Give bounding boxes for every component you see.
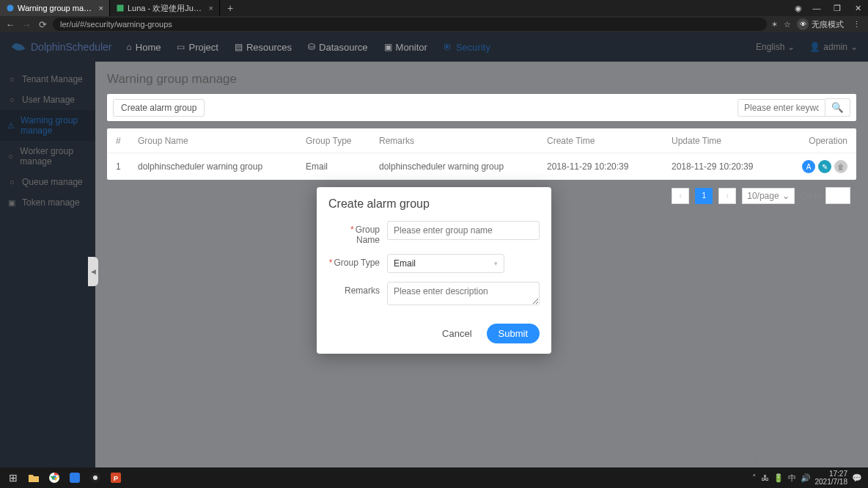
url-input[interactable]: ler/ui/#/security/warning-groups bbox=[53, 18, 767, 31]
media-control-icon[interactable]: ◉ bbox=[790, 0, 806, 16]
taskbar-chrome[interactable] bbox=[44, 469, 65, 487]
search-keyword-input[interactable] bbox=[738, 99, 825, 117]
search-icon: 🔍 bbox=[831, 102, 844, 113]
svg-point-0 bbox=[7, 5, 14, 12]
page-title: Warning group manage bbox=[107, 72, 856, 87]
cancel-button[interactable]: Cancel bbox=[435, 324, 479, 343]
row-assign-button[interactable]: A bbox=[802, 160, 815, 173]
svg-rect-4 bbox=[70, 473, 80, 483]
pager-next-button[interactable]: › bbox=[718, 188, 736, 204]
col-index-header: # bbox=[116, 136, 138, 146]
cell-update: 2018-11-29 10:20:39 bbox=[672, 161, 796, 172]
col-update-header: Update Time bbox=[672, 136, 796, 146]
submit-button[interactable]: Submit bbox=[487, 324, 540, 343]
col-operation-header: Operation bbox=[796, 136, 847, 146]
svg-rect-1 bbox=[117, 5, 124, 12]
tray-network-icon[interactable]: 🖧 bbox=[761, 473, 769, 482]
modal-title: Create alarm group bbox=[317, 187, 551, 214]
col-type-header: Group Type bbox=[306, 136, 379, 146]
cell-type: Email bbox=[306, 161, 379, 172]
warning-group-table: # Group Name Group Type Remarks Create T… bbox=[107, 128, 856, 180]
group-name-label: *Group Name bbox=[328, 221, 387, 245]
nav-datasource[interactable]: ⛁Datasource bbox=[308, 42, 367, 53]
tab-title: Warning group manage - Dol bbox=[18, 4, 95, 12]
nav-home[interactable]: ⌂Home bbox=[127, 42, 161, 53]
browser-menu-button[interactable]: ⋮ bbox=[850, 20, 864, 29]
cell-create: 2018-11-29 10:20:39 bbox=[547, 161, 672, 172]
cell-name: dolphinscheduler warning group bbox=[138, 161, 306, 172]
resources-icon: ▤ bbox=[235, 42, 243, 52]
remarks-label: Remarks bbox=[328, 282, 387, 296]
home-icon: ⌂ bbox=[127, 42, 132, 52]
taskbar-explorer[interactable] bbox=[23, 469, 44, 487]
taskbar-app-1[interactable] bbox=[65, 469, 85, 487]
tray-battery-icon[interactable]: 🔋 bbox=[773, 473, 784, 483]
col-remarks-header: Remarks bbox=[379, 136, 547, 146]
browser-back-button[interactable]: ← bbox=[4, 19, 16, 30]
incognito-indicator: 👁 无痕模式 bbox=[797, 18, 844, 30]
url-text: ler/ui/#/security/warning-groups bbox=[60, 20, 172, 29]
tray-ime-icon[interactable]: 中 bbox=[788, 473, 796, 484]
group-type-label: *Group Type bbox=[328, 254, 387, 268]
maximize-window-button[interactable]: ❐ bbox=[827, 0, 847, 16]
row-delete-button[interactable]: 🗑 bbox=[834, 160, 847, 173]
windows-taskbar: ⊞ P ˄ 🖧 🔋 中 🔊 17:27 2021/7/18 💬 bbox=[0, 467, 868, 488]
tab-title: Luna - 欢迎使用JumpServer开 bbox=[128, 3, 205, 14]
nav-monitor[interactable]: ▣Monitor bbox=[384, 42, 427, 53]
browser-reload-button[interactable]: ⟳ bbox=[37, 19, 48, 30]
goto-label: Go to bbox=[801, 191, 822, 201]
svg-point-6 bbox=[93, 476, 98, 480]
tray-volume-icon[interactable]: 🔊 bbox=[801, 473, 811, 483]
tray-chevron-icon[interactable]: ˄ bbox=[752, 473, 757, 483]
browser-tab-0[interactable]: Warning group manage - Dol × bbox=[0, 0, 110, 16]
svg-text:P: P bbox=[114, 475, 118, 482]
close-tab-icon[interactable]: × bbox=[99, 4, 103, 12]
browser-forward-button: → bbox=[21, 19, 32, 30]
cell-remarks: dolphinscheduler warning group bbox=[379, 161, 547, 172]
row-edit-button[interactable]: ✎ bbox=[818, 160, 831, 173]
incognito-icon: 👁 bbox=[797, 18, 809, 30]
remarks-textarea[interactable] bbox=[387, 282, 540, 305]
dolphin-favicon-icon bbox=[6, 4, 15, 12]
datasource-icon: ⛁ bbox=[308, 42, 315, 52]
create-alarm-group-dialog: Create alarm group *Group Name *Group Ty… bbox=[317, 187, 551, 354]
group-name-input[interactable] bbox=[387, 221, 540, 240]
bookmark-icon[interactable]: ☆ bbox=[784, 20, 791, 29]
pager-prev-button[interactable]: ‹ bbox=[672, 188, 689, 204]
taskbar-app-2[interactable] bbox=[85, 469, 106, 487]
table-row: 1 dolphinscheduler warning group Email d… bbox=[107, 153, 856, 180]
translate-icon[interactable]: ✶ bbox=[771, 20, 778, 29]
browser-tab-1[interactable]: Luna - 欢迎使用JumpServer开 × bbox=[110, 0, 220, 16]
pager-page-1[interactable]: 1 bbox=[695, 188, 713, 204]
create-alarm-group-button[interactable]: Create alarm group bbox=[113, 99, 205, 117]
page-size-select[interactable]: 10/page⌄ bbox=[742, 188, 794, 204]
taskbar-clock[interactable]: 17:27 2021/7/18 bbox=[815, 470, 848, 486]
close-window-button[interactable]: ✕ bbox=[847, 0, 868, 16]
luna-favicon-icon bbox=[116, 4, 125, 12]
chevron-down-icon: ⌄ bbox=[782, 191, 790, 201]
start-button[interactable]: ⊞ bbox=[3, 469, 23, 487]
taskbar-powerpoint[interactable]: P bbox=[106, 469, 126, 487]
new-tab-button[interactable]: + bbox=[220, 2, 240, 14]
group-type-select[interactable]: Email ▾ bbox=[387, 254, 504, 273]
cell-index: 1 bbox=[116, 161, 138, 172]
col-create-header: Create Time bbox=[547, 136, 672, 146]
minimize-window-button[interactable]: — bbox=[806, 0, 827, 16]
chevron-down-icon: ▾ bbox=[494, 260, 498, 267]
monitor-icon: ▣ bbox=[384, 42, 392, 52]
nav-project[interactable]: ▭Project bbox=[177, 42, 218, 53]
goto-page-input[interactable] bbox=[825, 187, 850, 204]
tray-notifications-icon[interactable]: 💬 bbox=[852, 473, 862, 483]
col-name-header: Group Name bbox=[138, 136, 306, 146]
close-tab-icon[interactable]: × bbox=[209, 4, 213, 12]
search-button[interactable]: 🔍 bbox=[825, 98, 850, 117]
nav-resources[interactable]: ▤Resources bbox=[235, 42, 292, 53]
project-icon: ▭ bbox=[177, 42, 185, 52]
